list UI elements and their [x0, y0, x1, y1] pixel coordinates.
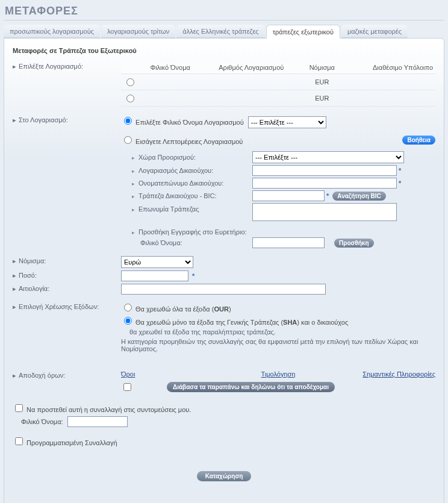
enter-details-radio[interactable]: [124, 136, 132, 144]
help-button[interactable]: Βοήθεια: [402, 136, 435, 145]
add-to-index-label: Προσθήκη Εγγραφής στο Ευρετήριο:: [132, 228, 252, 236]
add-shortcut-checkbox[interactable]: [15, 404, 23, 412]
select-friendly-label: Επιλέξτε Φιλικό Όνομα Λογαριασμού: [135, 119, 244, 126]
col-balance: Διαθέσιμο Υπόλοιπο: [343, 61, 435, 74]
required-star: *: [399, 180, 401, 187]
reason-input[interactable]: [121, 284, 326, 295]
select-friendly-radio[interactable]: [124, 117, 132, 125]
shortcut-friendly-input[interactable]: [67, 416, 128, 427]
terms-link[interactable]: Όροι: [121, 370, 135, 378]
tab-third-party-accounts[interactable]: λογαριασμούς τρίτων: [101, 25, 175, 38]
add-shortcut-label: Να προστεθεί αυτή η συναλλαγή στις συντο…: [26, 406, 191, 413]
required-star: *: [399, 167, 401, 174]
tab-other-greek-banks[interactable]: άλλες Ελληνικές τράπεζες: [176, 25, 264, 38]
bank-name-label: Επωνυμία Τράπεζας: [132, 203, 252, 213]
reason-label: Αιτιολογία:: [19, 284, 121, 292]
bic-input[interactable]: [252, 190, 325, 201]
search-bic-button[interactable]: Αναζήτηση BIC: [332, 192, 386, 201]
accept-terms-checkbox[interactable]: [123, 383, 131, 391]
currency-label: Νόμισμα:: [19, 256, 121, 264]
charges-sha-radio[interactable]: [124, 317, 132, 325]
required-star: *: [192, 272, 194, 280]
bullet-icon: ▸: [13, 370, 19, 380]
account-radio-2[interactable]: [126, 95, 134, 102]
page-title: ΜΕΤΑΦΟΡΕΣ: [4, 0, 444, 20]
scheduled-label: Προγραμματισμένη Συναλλαγή: [26, 439, 117, 446]
friendly-name-input[interactable]: [252, 237, 325, 248]
beneficiary-name-input[interactable]: [252, 178, 397, 189]
amount-label: Ποσό:: [19, 270, 121, 279]
to-account-label: Στο Λογαριασμό:: [19, 115, 121, 123]
destination-country-select[interactable]: --- Επιλέξτε ---: [252, 151, 404, 163]
currency-select[interactable]: Ευρώ: [121, 256, 193, 268]
tabs-container: προσωπικούς λογαριασμούς λογαριασμούς τρ…: [4, 24, 444, 38]
add-button[interactable]: Προσθήκη: [334, 239, 374, 248]
bullet-icon: ▸: [13, 61, 19, 70]
select-account-label: Επιλέξτε Λογαριασμό:: [19, 61, 121, 70]
panel-title: Μεταφορές σε Τράπεζα του Εξωτερικού: [13, 47, 435, 54]
charges-label: Επιλογή Χρέωσης Εξόδων:: [19, 302, 121, 310]
beneficiary-account-input[interactable]: [252, 165, 397, 176]
main-panel: Μεταφορές σε Τράπεζα του Εξωτερικού ▸ Επ…: [4, 38, 444, 503]
col-friendly: Φιλικό Όνομα: [138, 61, 202, 74]
beneficiary-bank-bic-label: Τράπεζα Δικαιούχου - BIC:: [132, 192, 252, 199]
account-radio-1[interactable]: [126, 78, 134, 86]
required-star: *: [326, 192, 329, 199]
submit-button[interactable]: Καταχώρηση: [197, 471, 252, 481]
tab-foreign-banks[interactable]: τράπεζες εξωτερικού: [266, 25, 340, 39]
bullet-icon: ▸: [13, 302, 19, 311]
charges-note: Η κατηγορία προμηθειών της συναλλαγής σα…: [121, 338, 435, 352]
charges-sha-text: Θα χρεωθώ μόνο τα έξοδα της Γενικής Τράπ…: [135, 319, 348, 326]
table-row: EUR: [121, 90, 435, 107]
col-currency: Νόμισμα: [300, 61, 343, 74]
beneficiary-account-label: Λογαριασμός Δικαιούχου:: [132, 167, 252, 174]
friendly-name-select[interactable]: --- Επιλέξτε ---: [248, 116, 326, 128]
destination-country-label: Χώρα Προορισμού:: [132, 154, 252, 161]
accept-statement-button[interactable]: Διάβασα τα παραπάνω και δηλώνω ότι τα απ…: [167, 382, 335, 392]
charges-sha-line2: θα χρεωθεί τα έξοδα της παραλήπτριας τρά…: [129, 328, 435, 336]
tab-bulk-transfers[interactable]: μαζικές μεταφορές: [341, 25, 408, 38]
bullet-icon: ▸: [13, 270, 19, 280]
col-number: Αριθμός Λογαριασμού: [202, 61, 300, 74]
important-info-link[interactable]: Σημαντικές Πληροφορίες: [362, 370, 435, 378]
friendly-name-sub-label: Φιλικό Όνομα:: [132, 239, 252, 246]
bullet-icon: ▸: [13, 115, 19, 124]
tab-personal-accounts[interactable]: προσωπικούς λογαριασμούς: [4, 25, 100, 38]
amount-input[interactable]: [121, 270, 188, 281]
accounts-table: Φιλικό Όνομα Αριθμός Λογαριασμού Νόμισμα…: [121, 61, 435, 107]
table-row: EUR: [121, 74, 435, 90]
scheduled-checkbox[interactable]: [15, 437, 23, 445]
enter-details-label: Εισάγετε Λεπτομέρειες Λογαριασμού: [135, 138, 243, 145]
shortcut-friendly-label: Φιλικό Όνομα:: [21, 418, 63, 425]
accept-terms-label: Αποδοχή όρων:: [19, 370, 121, 379]
beneficiary-name-label: Ονοματεπώνυμο Δικαιούχου:: [132, 180, 252, 187]
charges-our-text: Θα χρεωθώ όλα τα έξοδα (OUR): [135, 305, 231, 313]
pricing-link[interactable]: Τιμολόγηση: [261, 370, 296, 378]
charges-our-radio[interactable]: [124, 304, 132, 311]
bank-name-textarea[interactable]: [252, 203, 397, 221]
bullet-icon: ▸: [13, 284, 19, 293]
bullet-icon: ▸: [13, 256, 19, 265]
